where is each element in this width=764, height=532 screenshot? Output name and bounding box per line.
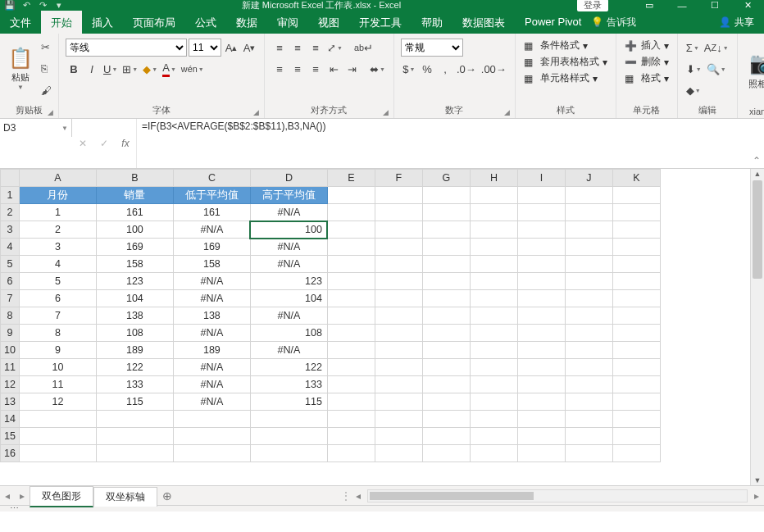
cell-empty[interactable] [565,221,612,239]
cell-A7[interactable]: 6 [19,290,96,307]
cell-empty[interactable] [470,342,517,359]
tab-split-handle[interactable]: ⋮ [341,490,351,502]
cell-empty[interactable] [327,256,375,273]
cell-empty[interactable] [612,273,660,290]
cell-empty[interactable] [565,428,612,445]
cell-empty[interactable] [565,376,612,393]
border-button[interactable]: ⊞▼ [121,60,139,78]
close-icon[interactable]: ✕ [731,0,764,11]
clipboard-launcher-icon[interactable]: ◢ [48,108,53,116]
minimize-icon[interactable]: — [666,1,698,11]
cell-empty[interactable] [612,428,660,445]
cell-empty[interactable] [327,342,375,359]
sort-button[interactable]: AZ↓▼ [703,39,730,57]
row-header-9[interactable]: 9 [1,325,20,342]
cell-empty[interactable] [517,239,565,256]
status-more-icon[interactable]: ⋯ [10,503,20,514]
cell-B12[interactable]: 133 [96,376,173,393]
cell-empty[interactable] [327,393,375,411]
cell-A11[interactable]: 10 [19,359,96,376]
cell-empty[interactable] [470,445,517,462]
tab-layout[interactable]: 页面布局 [123,11,185,34]
tab-dev[interactable]: 开发工具 [349,11,412,34]
cell-styles-button[interactable]: ▦单元格样式 ▾ [524,71,607,85]
select-all-corner[interactable] [1,170,20,187]
cell-empty[interactable] [375,428,422,445]
cell-D3[interactable]: 100 [250,221,327,239]
cell-empty[interactable] [422,428,470,445]
cell-D10[interactable]: #N/A [250,342,327,359]
bold-button[interactable]: B [66,60,82,78]
cell-empty[interactable] [517,256,565,273]
cell-empty[interactable] [375,359,422,376]
cell-empty[interactable] [422,411,470,428]
col-header-K[interactable]: K [612,170,660,187]
row-header-7[interactable]: 7 [1,290,20,307]
cell-A1[interactable]: 月份 [19,187,96,204]
cell-C11[interactable]: #N/A [173,359,250,376]
cell-C3[interactable]: #N/A [173,221,250,239]
cell-empty[interactable] [96,445,173,462]
merge-button[interactable]: ⬌▼ [368,60,387,78]
cell-empty[interactable] [422,256,470,273]
cell-A6[interactable]: 5 [19,273,96,290]
fill-color-button[interactable]: ◆▼ [141,60,159,78]
cell-D6[interactable]: 123 [250,273,327,290]
cell-D9[interactable]: 108 [250,325,327,342]
clear-button[interactable]: ◆▼ [684,81,703,99]
sheet-tab-2[interactable]: 双坐标轴 [93,487,157,507]
cell-empty[interactable] [517,290,565,307]
cell-C6[interactable]: #N/A [173,273,250,290]
cell-A5[interactable]: 4 [19,256,96,273]
cell-empty[interactable] [517,325,565,342]
ribbon-options-icon[interactable]: ▭ [633,0,666,11]
cell-empty[interactable] [565,342,612,359]
underline-button[interactable]: U▼ [102,60,119,78]
formula-bar[interactable]: =IF(B3<AVERAGE($B$2:$B$11),B3,NA()) [137,119,749,168]
cell-empty[interactable] [422,325,470,342]
cell-empty[interactable] [327,445,375,462]
fill-button[interactable]: ⬇▼ [684,60,703,78]
cell-B3[interactable]: 100 [96,221,173,239]
indent-decrease-icon[interactable]: ⇤ [325,60,342,78]
cell-empty[interactable] [375,204,422,221]
increase-font-icon[interactable]: A▴ [223,39,239,57]
cell-empty[interactable] [470,204,517,221]
cell-D12[interactable]: 133 [250,376,327,393]
cell-empty[interactable] [375,445,422,462]
cell-C8[interactable]: 138 [173,307,250,325]
cell-empty[interactable] [422,273,470,290]
cell-empty[interactable] [470,428,517,445]
cell-B6[interactable]: 123 [96,273,173,290]
cell-B1[interactable]: 销量 [96,187,173,204]
row-header-3[interactable]: 3 [1,221,20,239]
cell-empty[interactable] [375,307,422,325]
row-header-11[interactable]: 11 [1,359,20,376]
hscroll-left-icon[interactable]: ◂ [351,490,366,502]
format-painter-icon[interactable]: 🖌 [41,84,52,97]
tab-power[interactable]: Power Pivot [515,11,591,34]
phonetic-button[interactable]: wén▼ [180,60,206,78]
undo-icon[interactable]: ↶ [20,0,33,11]
autosum-button[interactable]: Σ▼ [684,39,701,57]
cell-C2[interactable]: 161 [173,204,250,221]
cell-C5[interactable]: 158 [173,256,250,273]
number-format-select[interactable]: 常规 [401,39,463,57]
cell-C1[interactable]: 低于平均值 [173,187,250,204]
tab-review[interactable]: 审阅 [267,11,308,34]
number-launcher-icon[interactable]: ◢ [504,108,510,116]
col-header-D[interactable]: D [250,170,327,187]
cut-icon[interactable]: ✂ [41,41,52,53]
cell-empty[interactable] [470,359,517,376]
copy-icon[interactable]: ⎘ [41,62,52,75]
cell-empty[interactable] [470,273,517,290]
cell-empty[interactable] [375,376,422,393]
cell-empty[interactable] [517,445,565,462]
cell-empty[interactable] [19,428,96,445]
col-header-G[interactable]: G [422,170,470,187]
cell-D7[interactable]: 104 [250,290,327,307]
cell-empty[interactable] [565,393,612,411]
cell-empty[interactable] [565,307,612,325]
col-header-F[interactable]: F [375,170,422,187]
cell-empty[interactable] [422,239,470,256]
